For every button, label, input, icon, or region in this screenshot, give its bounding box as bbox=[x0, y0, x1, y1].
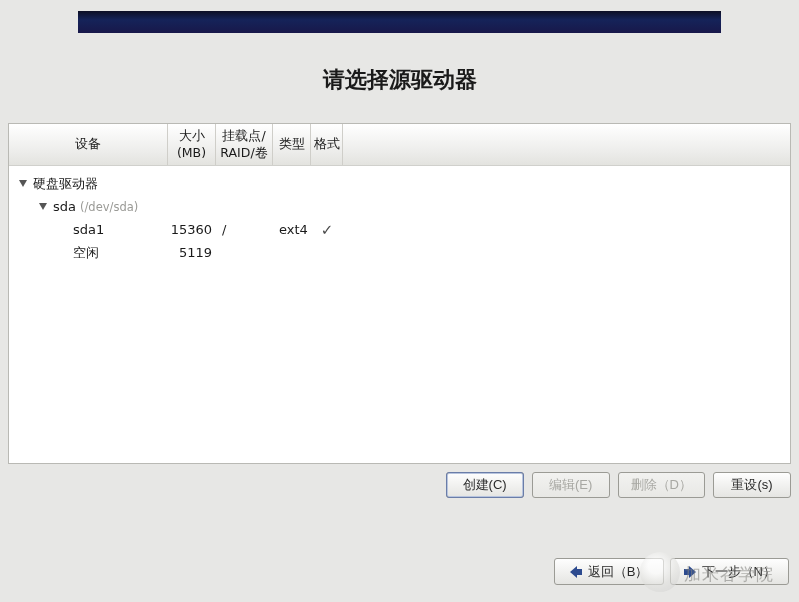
table-row[interactable]: 空闲 5119 bbox=[9, 241, 790, 264]
tree-root-row[interactable]: 硬盘驱动器 bbox=[9, 172, 790, 195]
create-button[interactable]: 创建(C) bbox=[446, 472, 524, 498]
part-size: 15360 bbox=[168, 222, 216, 237]
col-device[interactable]: 设备 bbox=[9, 124, 168, 165]
delete-button: 删除（D） bbox=[618, 472, 705, 498]
page-title: 请选择源驱动器 bbox=[0, 65, 799, 95]
disk-path: (/dev/sda) bbox=[80, 200, 138, 214]
back-button[interactable]: 返回（B） bbox=[554, 558, 664, 585]
next-label: 下一步（N） bbox=[702, 563, 776, 581]
drive-tree[interactable]: 硬盘驱动器 sda (/dev/sda) sda1 15360 / ext4 ✓… bbox=[9, 166, 790, 463]
col-mount-l1: 挂载点/ bbox=[222, 128, 265, 144]
col-type[interactable]: 类型 bbox=[273, 124, 311, 165]
part-mount: / bbox=[216, 222, 273, 237]
back-label: 返回（B） bbox=[588, 563, 649, 581]
svg-marker-3 bbox=[684, 566, 696, 578]
part-name: 空闲 bbox=[73, 244, 99, 262]
col-format[interactable]: 格式 bbox=[311, 124, 343, 165]
arrow-right-icon bbox=[683, 565, 697, 579]
part-size: 5119 bbox=[168, 245, 216, 260]
col-size-l1: 大小 bbox=[179, 128, 205, 144]
svg-marker-1 bbox=[39, 203, 47, 210]
next-button[interactable]: 下一步（N） bbox=[670, 558, 789, 585]
arrow-left-icon bbox=[569, 565, 583, 579]
reset-button[interactable]: 重设(s) bbox=[713, 472, 791, 498]
col-size-l2: (MB) bbox=[177, 145, 206, 161]
nav-buttons: 返回（B） 下一步（N） bbox=[554, 558, 789, 585]
expander-icon[interactable] bbox=[17, 178, 29, 190]
drive-panel: 设备 大小 (MB) 挂载点/ RAID/卷 类型 格式 硬盘驱动器 bbox=[8, 123, 791, 464]
disk-label: sda bbox=[53, 199, 76, 214]
tree-root-label: 硬盘驱动器 bbox=[33, 175, 98, 193]
action-buttons: 创建(C) 编辑(E) 删除（D） 重设(s) bbox=[8, 472, 791, 498]
table-row[interactable]: sda1 15360 / ext4 ✓ bbox=[9, 218, 790, 241]
svg-marker-2 bbox=[570, 566, 582, 578]
table-header: 设备 大小 (MB) 挂载点/ RAID/卷 类型 格式 bbox=[9, 124, 790, 166]
col-mount[interactable]: 挂载点/ RAID/卷 bbox=[216, 124, 273, 165]
part-type: ext4 bbox=[273, 222, 311, 237]
edit-button: 编辑(E) bbox=[532, 472, 610, 498]
expander-icon[interactable] bbox=[37, 201, 49, 213]
col-device-label: 设备 bbox=[75, 136, 101, 152]
col-format-label: 格式 bbox=[314, 136, 340, 152]
col-rest bbox=[343, 124, 790, 165]
part-name: sda1 bbox=[73, 222, 104, 237]
top-banner bbox=[78, 11, 721, 33]
col-mount-l2: RAID/卷 bbox=[220, 145, 267, 161]
checkmark-icon: ✓ bbox=[321, 221, 334, 239]
tree-disk-row[interactable]: sda (/dev/sda) bbox=[9, 195, 790, 218]
col-size[interactable]: 大小 (MB) bbox=[168, 124, 216, 165]
svg-marker-0 bbox=[19, 180, 27, 187]
col-type-label: 类型 bbox=[279, 136, 305, 152]
